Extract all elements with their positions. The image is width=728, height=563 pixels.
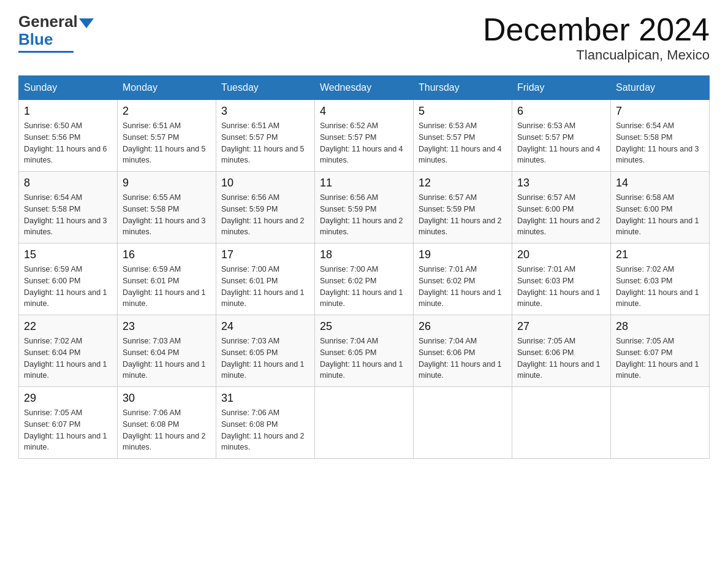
- day-info: Sunrise: 7:04 AMSunset: 6:05 PMDaylight:…: [320, 335, 408, 381]
- logo: General Blue: [18, 12, 94, 53]
- day-number: 4: [320, 105, 408, 118]
- day-info: Sunrise: 6:52 AMSunset: 5:57 PMDaylight:…: [320, 120, 408, 166]
- weekday-header-wednesday: Wednesday: [315, 76, 414, 100]
- day-info: Sunrise: 7:03 AMSunset: 6:04 PMDaylight:…: [123, 335, 211, 381]
- day-info: Sunrise: 7:01 AMSunset: 6:02 PMDaylight:…: [419, 264, 507, 310]
- calendar-cell: 16 Sunrise: 6:59 AMSunset: 6:01 PMDaylig…: [118, 243, 216, 315]
- day-number: 2: [123, 105, 211, 118]
- weekday-header-thursday: Thursday: [414, 76, 512, 100]
- day-number: 30: [123, 392, 211, 405]
- day-info: Sunrise: 6:53 AMSunset: 5:57 PMDaylight:…: [517, 120, 605, 166]
- week-row-3: 15 Sunrise: 6:59 AMSunset: 6:00 PMDaylig…: [19, 243, 710, 315]
- calendar-cell: 4 Sunrise: 6:52 AMSunset: 5:57 PMDayligh…: [315, 100, 414, 172]
- calendar-cell: 11 Sunrise: 6:56 AMSunset: 5:59 PMDaylig…: [315, 172, 414, 243]
- calendar-cell: 10 Sunrise: 6:56 AMSunset: 5:59 PMDaylig…: [216, 172, 315, 243]
- day-number: 3: [221, 105, 309, 118]
- day-info: Sunrise: 6:59 AMSunset: 6:00 PMDaylight:…: [24, 264, 112, 310]
- day-number: 8: [24, 177, 112, 190]
- day-number: 26: [419, 320, 507, 333]
- day-info: Sunrise: 7:06 AMSunset: 6:08 PMDaylight:…: [221, 407, 309, 453]
- day-number: 28: [616, 320, 704, 333]
- calendar-cell: 20 Sunrise: 7:01 AMSunset: 6:03 PMDaylig…: [512, 243, 611, 315]
- day-info: Sunrise: 6:51 AMSunset: 5:57 PMDaylight:…: [221, 120, 309, 166]
- title-block: December 2024 Tlancualpican, Mexico: [483, 12, 710, 63]
- day-number: 14: [616, 177, 704, 190]
- calendar-cell: 15 Sunrise: 6:59 AMSunset: 6:00 PMDaylig…: [19, 243, 118, 315]
- day-number: 10: [221, 177, 309, 190]
- logo-general-text: General: [18, 12, 78, 31]
- day-info: Sunrise: 7:03 AMSunset: 6:05 PMDaylight:…: [221, 335, 309, 381]
- calendar-cell: [414, 387, 512, 459]
- day-number: 27: [517, 320, 605, 333]
- day-number: 25: [320, 320, 408, 333]
- calendar-cell: 9 Sunrise: 6:55 AMSunset: 5:58 PMDayligh…: [118, 172, 216, 243]
- day-number: 16: [123, 248, 211, 261]
- day-info: Sunrise: 6:58 AMSunset: 6:00 PMDaylight:…: [616, 192, 704, 238]
- day-number: 23: [123, 320, 211, 333]
- calendar-cell: 7 Sunrise: 6:54 AMSunset: 5:58 PMDayligh…: [611, 100, 710, 172]
- day-info: Sunrise: 7:02 AMSunset: 6:03 PMDaylight:…: [616, 264, 704, 310]
- day-number: 20: [517, 248, 605, 261]
- page-header: General Blue December 2024 Tlancualpican…: [18, 12, 710, 63]
- day-info: Sunrise: 7:05 AMSunset: 6:07 PMDaylight:…: [24, 407, 112, 453]
- weekday-header-friday: Friday: [512, 76, 611, 100]
- day-info: Sunrise: 6:54 AMSunset: 5:58 PMDaylight:…: [24, 192, 112, 238]
- calendar-cell: [512, 387, 611, 459]
- day-number: 9: [123, 177, 211, 190]
- week-row-4: 22 Sunrise: 7:02 AMSunset: 6:04 PMDaylig…: [19, 315, 710, 387]
- calendar-table: SundayMondayTuesdayWednesdayThursdayFrid…: [18, 75, 710, 459]
- calendar-cell: 31 Sunrise: 7:06 AMSunset: 6:08 PMDaylig…: [216, 387, 315, 459]
- day-number: 1: [24, 105, 112, 118]
- weekday-header-saturday: Saturday: [611, 76, 710, 100]
- day-number: 24: [221, 320, 309, 333]
- calendar-cell: [611, 387, 710, 459]
- logo-underline: [18, 51, 74, 53]
- calendar-cell: 17 Sunrise: 7:00 AMSunset: 6:01 PMDaylig…: [216, 243, 315, 315]
- calendar-cell: 6 Sunrise: 6:53 AMSunset: 5:57 PMDayligh…: [512, 100, 611, 172]
- calendar-cell: 26 Sunrise: 7:04 AMSunset: 6:06 PMDaylig…: [414, 315, 512, 387]
- day-number: 12: [419, 177, 507, 190]
- day-info: Sunrise: 7:05 AMSunset: 6:07 PMDaylight:…: [616, 335, 704, 381]
- calendar-cell: 18 Sunrise: 7:00 AMSunset: 6:02 PMDaylig…: [315, 243, 414, 315]
- day-info: Sunrise: 6:56 AMSunset: 5:59 PMDaylight:…: [320, 192, 408, 238]
- weekday-header-tuesday: Tuesday: [216, 76, 315, 100]
- calendar-cell: 27 Sunrise: 7:05 AMSunset: 6:06 PMDaylig…: [512, 315, 611, 387]
- calendar-cell: 14 Sunrise: 6:58 AMSunset: 6:00 PMDaylig…: [611, 172, 710, 243]
- calendar-cell: [315, 387, 414, 459]
- day-number: 18: [320, 248, 408, 261]
- calendar-cell: 28 Sunrise: 7:05 AMSunset: 6:07 PMDaylig…: [611, 315, 710, 387]
- day-number: 15: [24, 248, 112, 261]
- day-number: 22: [24, 320, 112, 333]
- calendar-cell: 13 Sunrise: 6:57 AMSunset: 6:00 PMDaylig…: [512, 172, 611, 243]
- day-number: 19: [419, 248, 507, 261]
- day-info: Sunrise: 7:01 AMSunset: 6:03 PMDaylight:…: [517, 264, 605, 310]
- calendar-cell: 29 Sunrise: 7:05 AMSunset: 6:07 PMDaylig…: [19, 387, 118, 459]
- calendar-subtitle: Tlancualpican, Mexico: [483, 47, 710, 63]
- day-info: Sunrise: 6:51 AMSunset: 5:57 PMDaylight:…: [123, 120, 211, 166]
- calendar-cell: 2 Sunrise: 6:51 AMSunset: 5:57 PMDayligh…: [118, 100, 216, 172]
- day-number: 13: [517, 177, 605, 190]
- calendar-cell: 21 Sunrise: 7:02 AMSunset: 6:03 PMDaylig…: [611, 243, 710, 315]
- day-info: Sunrise: 6:54 AMSunset: 5:58 PMDaylight:…: [616, 120, 704, 166]
- calendar-cell: 8 Sunrise: 6:54 AMSunset: 5:58 PMDayligh…: [19, 172, 118, 243]
- day-info: Sunrise: 6:57 AMSunset: 5:59 PMDaylight:…: [419, 192, 507, 238]
- day-number: 17: [221, 248, 309, 261]
- calendar-cell: 24 Sunrise: 7:03 AMSunset: 6:05 PMDaylig…: [216, 315, 315, 387]
- calendar-cell: 25 Sunrise: 7:04 AMSunset: 6:05 PMDaylig…: [315, 315, 414, 387]
- day-number: 29: [24, 392, 112, 405]
- logo-blue-text: Blue: [18, 30, 53, 49]
- calendar-cell: 19 Sunrise: 7:01 AMSunset: 6:02 PMDaylig…: [414, 243, 512, 315]
- calendar-cell: 30 Sunrise: 7:06 AMSunset: 6:08 PMDaylig…: [118, 387, 216, 459]
- day-info: Sunrise: 6:57 AMSunset: 6:00 PMDaylight:…: [517, 192, 605, 238]
- weekday-header-monday: Monday: [118, 76, 216, 100]
- logo-chevron-icon: [79, 18, 94, 28]
- calendar-title: December 2024: [483, 12, 710, 47]
- calendar-cell: 5 Sunrise: 6:53 AMSunset: 5:57 PMDayligh…: [414, 100, 512, 172]
- day-number: 31: [221, 392, 309, 405]
- day-number: 21: [616, 248, 704, 261]
- calendar-cell: 12 Sunrise: 6:57 AMSunset: 5:59 PMDaylig…: [414, 172, 512, 243]
- day-info: Sunrise: 6:55 AMSunset: 5:58 PMDaylight:…: [123, 192, 211, 238]
- day-info: Sunrise: 7:00 AMSunset: 6:02 PMDaylight:…: [320, 264, 408, 310]
- weekday-header-row: SundayMondayTuesdayWednesdayThursdayFrid…: [19, 76, 710, 100]
- week-row-1: 1 Sunrise: 6:50 AMSunset: 5:56 PMDayligh…: [19, 100, 710, 172]
